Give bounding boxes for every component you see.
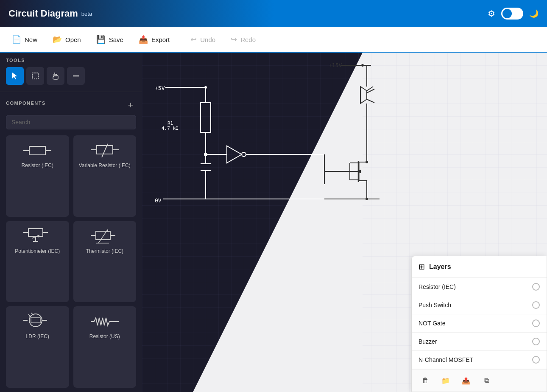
layer-push-switch-radio[interactable] <box>532 301 540 309</box>
header-controls: ⚙ 🌙 <box>488 8 539 20</box>
redo-button[interactable]: ↪ Redo <box>223 31 263 48</box>
svg-rect-12 <box>28 229 43 236</box>
voltage-5v-label: +5V <box>155 85 165 91</box>
variable-resistor-label: Variable Resistor (IEC) <box>79 162 131 169</box>
new-icon: 📄 <box>12 35 21 44</box>
save-label: Save <box>109 36 123 43</box>
component-variable-resistor[interactable]: Variable Resistor (IEC) <box>73 135 137 217</box>
sun-icon[interactable]: ⚙ <box>488 8 495 19</box>
delete-layer-button[interactable]: 🗑 <box>419 374 432 387</box>
marquee-icon <box>31 72 39 80</box>
component-resistor-iec[interactable]: Resistor (IEC) <box>6 135 69 217</box>
component-resistor-us[interactable]: Resistor (US) <box>73 306 137 388</box>
potentiometer-symbol <box>22 228 52 245</box>
layers-header: ⊞ Layers <box>412 256 547 278</box>
component-ldr[interactable]: LDR (IEC) <box>6 306 69 388</box>
component-thermistor[interactable]: Thermistor (IEC) <box>73 221 137 302</box>
component-potentiometer[interactable]: Potentiometer (IEC) <box>6 221 69 302</box>
layers-footer: 🗑 📁 📤 ⧉ <box>412 369 547 392</box>
pan-tool[interactable] <box>47 67 64 85</box>
potentiometer-label: Potentiometer (IEC) <box>15 248 60 255</box>
line-tool[interactable] <box>67 67 85 85</box>
ldr-label: LDR (IEC) <box>26 333 49 340</box>
layer-buzzer-radio[interactable] <box>532 338 540 345</box>
cursor-icon <box>11 72 19 80</box>
redo-icon: ↪ <box>231 35 237 44</box>
tools-title: TOOLS <box>6 58 136 63</box>
app-title: Circuit Diagram <box>8 8 78 19</box>
theme-toggle[interactable] <box>501 8 523 20</box>
layer-not-gate-label: NOT Gate <box>419 320 446 327</box>
layer-mosfet-radio[interactable] <box>532 356 540 364</box>
resistor-us-symbol <box>90 313 120 330</box>
svg-marker-0 <box>12 73 17 79</box>
open-button[interactable]: 📂 Open <box>45 31 89 48</box>
search-input[interactable] <box>6 115 136 129</box>
thermistor-symbol <box>90 228 120 245</box>
svg-rect-1 <box>32 73 38 79</box>
main-layout: TOOLS <box>0 53 547 392</box>
copy-layer-button[interactable]: ⧉ <box>480 374 493 387</box>
new-button[interactable]: 📄 New <box>4 31 45 48</box>
svg-rect-4 <box>29 146 45 155</box>
redo-label: Redo <box>240 36 256 43</box>
layers-title: Layers <box>429 263 451 271</box>
components-header: COMPONENTS + <box>6 100 136 111</box>
save-button[interactable]: 💾 Save <box>89 31 131 48</box>
layer-mosfet-label: N-Channel MOSFET <box>419 356 473 363</box>
svg-text:0V: 0V <box>155 197 162 204</box>
select-tool[interactable] <box>6 67 24 85</box>
resistor-iec-label: Resistor (IEC) <box>22 162 53 169</box>
line-icon <box>72 72 80 80</box>
undo-icon: ↩ <box>190 35 197 44</box>
export-button[interactable]: 📤 Export <box>131 31 177 48</box>
moon-icon[interactable]: 🌙 <box>529 9 539 18</box>
components-title: COMPONENTS <box>6 101 46 106</box>
marquee-tool[interactable] <box>26 67 44 85</box>
undo-button[interactable]: ↩ Undo <box>183 31 223 48</box>
resistor-iec-symbol <box>22 142 52 159</box>
layer-item-push-switch[interactable]: Push Switch <box>412 296 547 314</box>
open-label: Open <box>65 36 81 43</box>
svg-rect-27 <box>31 318 40 323</box>
export-label: Export <box>151 36 170 43</box>
sidebar: TOOLS <box>0 53 142 392</box>
new-label: New <box>25 36 37 43</box>
layers-stack-icon: ⊞ <box>419 262 425 272</box>
folder-layer-button[interactable]: 📁 <box>439 374 452 387</box>
add-component-button[interactable]: + <box>125 100 136 111</box>
svg-rect-19 <box>96 231 110 240</box>
resistor-us-label: Resistor (US) <box>89 333 120 340</box>
canvas-area[interactable]: +5V R1 4.7 kΩ 0 <box>142 53 547 392</box>
components-section: COMPONENTS + Resistor (IEC) <box>0 95 142 392</box>
svg-text:4.7 kΩ: 4.7 kΩ <box>162 126 179 131</box>
layer-resistor-radio[interactable] <box>532 283 540 291</box>
tools-row <box>6 67 136 85</box>
undo-label: Undo <box>200 36 215 43</box>
layer-resistor-label: Resistor (IEC) <box>419 283 456 290</box>
export-icon: 📤 <box>139 35 148 44</box>
ldr-symbol <box>22 313 52 330</box>
layer-item-mosfet[interactable]: N-Channel MOSFET <box>412 351 547 369</box>
layer-item-buzzer[interactable]: Buzzer <box>412 333 547 351</box>
svg-point-76 <box>366 161 368 163</box>
toolbar-separator <box>180 33 180 46</box>
save-icon: 💾 <box>96 35 106 44</box>
export-layer-button[interactable]: 📤 <box>459 374 473 387</box>
tools-section: TOOLS <box>0 53 142 88</box>
header: Circuit Diagram beta ⚙ 🌙 <box>0 0 547 27</box>
thermistor-label: Thermistor (IEC) <box>86 248 123 255</box>
variable-resistor-symbol <box>90 142 120 159</box>
layer-not-gate-radio[interactable] <box>532 319 540 327</box>
layers-panel: ⊞ Layers Resistor (IEC) Push Switch NOT … <box>411 256 547 392</box>
layer-item-resistor[interactable]: Resistor (IEC) <box>412 278 547 296</box>
beta-badge: beta <box>81 11 92 17</box>
toolbar: 📄 New 📂 Open 💾 Save 📤 Export ↩ Undo ↪ Re… <box>0 27 547 53</box>
open-icon: 📂 <box>53 35 62 44</box>
layer-item-not-gate[interactable]: NOT Gate <box>412 314 547 333</box>
layer-push-switch-label: Push Switch <box>419 302 451 308</box>
layer-buzzer-label: Buzzer <box>419 338 437 345</box>
components-grid: Resistor (IEC) Variable Resistor (IEC) <box>6 135 136 392</box>
hand-icon <box>51 72 60 80</box>
svg-text:+15V: +15V <box>329 62 342 68</box>
